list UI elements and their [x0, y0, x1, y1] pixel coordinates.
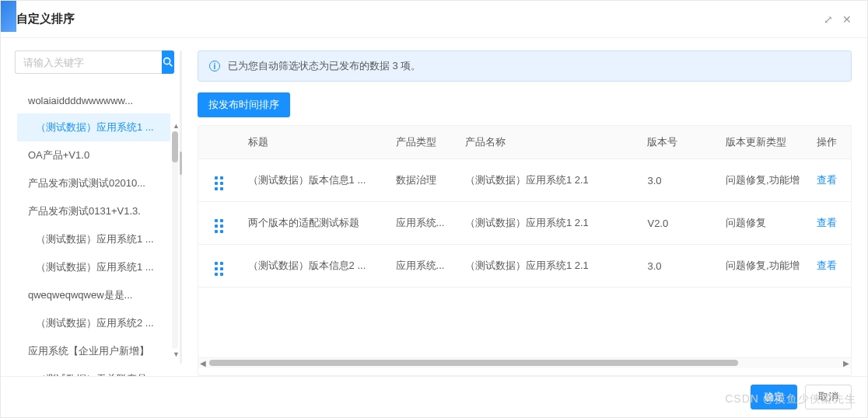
scrollbar-track[interactable]: [172, 131, 178, 349]
corner-accent: [1, 1, 16, 32]
table-wrap: 标题 产品类型 产品名称 版本号 版本更新类型 操作 （测试数据）版本信息1 .…: [198, 125, 852, 376]
modal-footer: 确定 取消: [1, 376, 867, 417]
sidebar-item-10[interactable]: （测试数据）无关联产品...: [15, 365, 170, 376]
right-panel: i 已为您自动筛选状态为已发布的数据 3 项。 按发布时间排序 标题 产品类型 …: [182, 38, 867, 376]
scroll-right-icon[interactable]: ▶: [843, 359, 849, 367]
sidebar-list: wolaiaiddddwwwwww...（测试数据）应用系统1 ...OA产品+…: [15, 88, 170, 376]
search-button[interactable]: [162, 51, 174, 74]
scrollbar-thumb[interactable]: [172, 131, 178, 162]
table-row: 两个版本的适配测试标题应用系统...（测试数据）应用系统1 2.1V2.0问题修…: [198, 202, 851, 245]
view-link[interactable]: 查看: [817, 174, 837, 186]
sidebar-item-4[interactable]: 产品发布测试0131+V1.3.: [15, 197, 170, 225]
svg-point-0: [164, 58, 170, 64]
scroll-down-icon[interactable]: ▼: [173, 350, 180, 358]
cell-product-type: 应用系统...: [388, 245, 457, 287]
filter-alert: i 已为您自动筛选状态为已发布的数据 3 项。: [198, 51, 852, 82]
cell-update-type: 问题修复,功能增: [718, 245, 809, 287]
cell-update-type: 问题修复: [718, 202, 809, 245]
sidebar-item-5[interactable]: （测试数据）应用系统1 ...: [15, 225, 170, 253]
sidebar-item-6[interactable]: （测试数据）应用系统1 ...: [15, 253, 170, 281]
view-link[interactable]: 查看: [817, 260, 837, 271]
table-row: （测试数据）版本信息1 ...数据治理（测试数据）应用系统1 2.13.0问题修…: [198, 159, 851, 202]
table-body: （测试数据）版本信息1 ...数据治理（测试数据）应用系统1 2.13.0问题修…: [198, 159, 851, 287]
data-table: 标题 产品类型 产品名称 版本号 版本更新类型 操作 （测试数据）版本信息1 .…: [198, 126, 851, 287]
view-link[interactable]: 查看: [817, 217, 837, 228]
col-product-name: 产品名称: [457, 126, 640, 159]
sidebar-item-9[interactable]: 应用系统【企业用户新增】: [15, 337, 170, 365]
cell-product-name: （测试数据）应用系统1 2.1: [457, 202, 640, 245]
alert-text: 已为您自动筛选状态为已发布的数据 3 项。: [228, 59, 421, 73]
table-head: 标题 产品类型 产品名称 版本号 版本更新类型 操作: [198, 126, 851, 159]
info-icon: i: [209, 61, 220, 71]
sidebar-item-7[interactable]: qweqweqwqwew是是...: [15, 281, 170, 309]
cell-version: 3.0: [639, 159, 718, 202]
cell-title: （测试数据）版本信息1 ...: [240, 159, 388, 202]
horizontal-scrollbar[interactable]: ◀ ▶: [198, 357, 851, 368]
left-panel: wolaiaiddddwwwwww...（测试数据）应用系统1 ...OA产品+…: [1, 38, 180, 376]
cell-version: V2.0: [639, 202, 718, 245]
search-wrap: [15, 51, 170, 74]
sidebar-item-0[interactable]: wolaiaiddddwwwwww...: [15, 88, 170, 113]
cell-product-name: （测试数据）应用系统1 2.1: [457, 159, 640, 202]
cell-title: （测试数据）版本信息2 ...: [240, 245, 388, 287]
svg-line-1: [170, 64, 172, 66]
modal-body: wolaiaiddddwwwwww...（测试数据）应用系统1 ...OA产品+…: [1, 38, 867, 376]
divider-thumb[interactable]: [180, 152, 182, 175]
scroll-up-icon[interactable]: ▲: [173, 122, 180, 130]
sidebar-item-2[interactable]: OA产品+V1.0: [15, 141, 170, 169]
cell-title: 两个版本的适配测试标题: [240, 202, 388, 245]
modal-header: 自定义排序 ⤢ ✕: [1, 1, 867, 38]
scroll-left-icon[interactable]: ◀: [200, 359, 206, 367]
col-update-type: 版本更新类型: [718, 126, 809, 159]
drag-handle-icon[interactable]: [215, 176, 223, 190]
col-version: 版本号: [639, 126, 718, 159]
cell-update-type: 问题修复,功能增: [718, 159, 809, 202]
cell-product-type: 数据治理: [388, 159, 457, 202]
sidebar-item-3[interactable]: 产品发布测试测试02010...: [15, 169, 170, 197]
custom-sort-modal: 自定义排序 ⤢ ✕ wolaiaiddddwwwwww...（测试数据）应用系统…: [0, 0, 868, 418]
minimize-icon[interactable]: ⤢: [824, 13, 833, 26]
cell-product-name: （测试数据）应用系统1 2.1: [457, 245, 640, 287]
col-drag: [198, 126, 240, 159]
cancel-button[interactable]: 取消: [805, 385, 852, 409]
panel-divider[interactable]: [180, 51, 182, 364]
sort-by-publish-time-button[interactable]: 按发布时间排序: [198, 92, 290, 117]
search-input[interactable]: [15, 51, 162, 74]
col-title: 标题: [240, 126, 388, 159]
search-icon: [162, 56, 174, 68]
sidebar-item-1[interactable]: （测试数据）应用系统1 ...: [15, 113, 170, 141]
cell-product-type: 应用系统...: [388, 202, 457, 245]
cell-version: 3.0: [639, 245, 718, 287]
col-product-type: 产品类型: [388, 126, 457, 159]
table-empty-space: [198, 287, 851, 357]
sidebar-item-8[interactable]: （测试数据）应用系统2 ...: [15, 309, 170, 337]
hscroll-thumb[interactable]: [209, 360, 738, 366]
modal-header-actions: ⤢ ✕: [824, 13, 852, 26]
confirm-button[interactable]: 确定: [751, 385, 797, 409]
drag-handle-icon[interactable]: [215, 219, 223, 233]
left-scrollbar[interactable]: ▲ ▼: [172, 131, 178, 349]
close-icon[interactable]: ✕: [842, 13, 852, 26]
drag-handle-icon[interactable]: [215, 262, 223, 276]
table-row: （测试数据）版本信息2 ...应用系统...（测试数据）应用系统1 2.13.0…: [198, 245, 851, 287]
modal-title: 自定义排序: [16, 12, 75, 26]
col-action: 操作: [809, 126, 851, 159]
